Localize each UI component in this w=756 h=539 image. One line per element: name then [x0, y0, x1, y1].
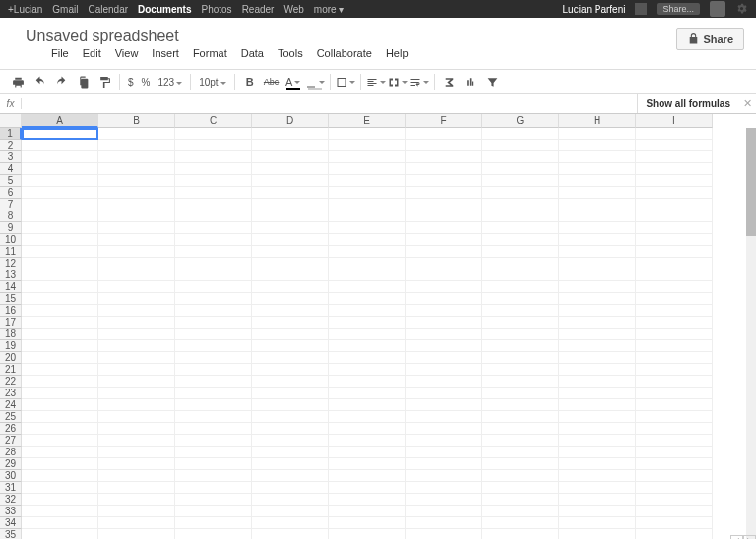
cell[interactable] [406, 376, 482, 388]
cell[interactable] [329, 187, 406, 199]
align-button[interactable] [366, 72, 386, 91]
paint-format-icon[interactable] [94, 72, 114, 91]
cell[interactable] [175, 317, 252, 329]
cell[interactable] [329, 175, 406, 187]
cell[interactable] [329, 234, 406, 246]
format-currency[interactable]: $ [125, 77, 137, 88]
cell[interactable] [406, 423, 482, 435]
cell[interactable] [252, 435, 329, 447]
cell[interactable] [406, 352, 482, 364]
cell[interactable] [252, 293, 329, 305]
cell[interactable] [175, 210, 252, 222]
cell[interactable] [559, 128, 636, 140]
formula-input[interactable] [22, 94, 637, 113]
cell[interactable] [22, 187, 98, 199]
cell[interactable] [559, 376, 636, 388]
cell[interactable] [406, 482, 482, 494]
cell[interactable] [252, 222, 329, 234]
cell[interactable] [175, 258, 252, 270]
cell[interactable] [98, 199, 175, 210]
row-header[interactable]: 31 [0, 482, 22, 494]
cell[interactable] [482, 470, 559, 482]
row-header[interactable]: 11 [0, 246, 22, 258]
cell[interactable] [636, 222, 713, 234]
spreadsheet-grid[interactable]: ABCDEFGHI1234567891011121314151617181920… [0, 114, 756, 539]
cell[interactable] [175, 151, 252, 163]
cell[interactable] [329, 435, 406, 447]
cell[interactable] [252, 506, 329, 517]
cell[interactable] [98, 246, 175, 258]
cell[interactable] [482, 458, 559, 470]
cell[interactable] [98, 506, 175, 517]
cell[interactable] [252, 376, 329, 388]
cell[interactable] [636, 399, 713, 411]
cell[interactable] [22, 258, 98, 270]
cell[interactable] [175, 175, 252, 187]
cell[interactable] [22, 517, 98, 529]
notifications-icon[interactable] [635, 3, 647, 15]
cell[interactable] [329, 305, 406, 317]
cell[interactable] [175, 411, 252, 423]
cell[interactable] [252, 187, 329, 199]
cell[interactable] [482, 411, 559, 423]
cell[interactable] [559, 305, 636, 317]
cell[interactable] [252, 364, 329, 376]
cell[interactable] [482, 529, 559, 539]
cell[interactable] [98, 222, 175, 234]
cell[interactable] [22, 352, 98, 364]
cell[interactable] [482, 258, 559, 270]
filter-button[interactable] [483, 72, 503, 91]
row-header[interactable]: 7 [0, 199, 22, 210]
cell[interactable] [406, 210, 482, 222]
row-header[interactable]: 21 [0, 364, 22, 376]
cell[interactable] [22, 140, 98, 151]
cell[interactable] [22, 293, 98, 305]
row-header[interactable]: 1 [0, 128, 22, 140]
cell[interactable] [22, 470, 98, 482]
cell[interactable] [22, 128, 98, 140]
cell[interactable] [636, 163, 713, 175]
row-header[interactable]: 10 [0, 234, 22, 246]
cell[interactable] [636, 317, 713, 329]
cell[interactable] [406, 388, 482, 399]
cell[interactable] [22, 234, 98, 246]
cell[interactable] [252, 411, 329, 423]
gbar-link[interactable]: Documents [138, 4, 191, 15]
cell[interactable] [636, 246, 713, 258]
cell[interactable] [636, 329, 713, 340]
cell[interactable] [559, 151, 636, 163]
cell[interactable] [636, 435, 713, 447]
gbar-link[interactable]: Web [284, 4, 303, 15]
cell[interactable] [98, 140, 175, 151]
row-header[interactable]: 19 [0, 340, 22, 352]
cell[interactable] [252, 494, 329, 506]
cell[interactable] [636, 411, 713, 423]
cell[interactable] [482, 163, 559, 175]
cell[interactable] [482, 317, 559, 329]
cell[interactable] [406, 494, 482, 506]
cell[interactable] [252, 210, 329, 222]
cell[interactable] [252, 517, 329, 529]
cell[interactable] [559, 494, 636, 506]
cell[interactable] [329, 340, 406, 352]
cell[interactable] [482, 187, 559, 199]
cell[interactable] [252, 163, 329, 175]
cell[interactable] [175, 329, 252, 340]
menu-tools[interactable]: Tools [278, 47, 303, 59]
cell[interactable] [252, 234, 329, 246]
cell[interactable] [252, 317, 329, 329]
cell[interactable] [329, 222, 406, 234]
cell[interactable] [175, 234, 252, 246]
cell[interactable] [175, 293, 252, 305]
cell[interactable] [175, 529, 252, 539]
chart-button[interactable] [462, 72, 481, 91]
cell[interactable] [22, 458, 98, 470]
cell[interactable] [636, 494, 713, 506]
undo-icon[interactable] [30, 72, 49, 91]
merge-button[interactable] [388, 72, 408, 91]
row-header[interactable]: 30 [0, 470, 22, 482]
gear-icon[interactable] [735, 2, 748, 17]
cell[interactable] [98, 423, 175, 435]
cell[interactable] [252, 305, 329, 317]
cell[interactable] [22, 317, 98, 329]
